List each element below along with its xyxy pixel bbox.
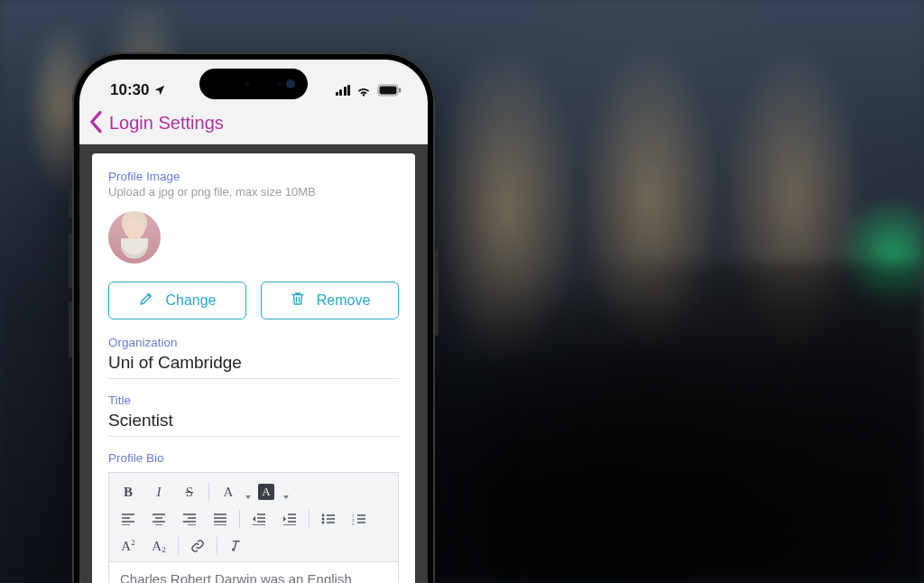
- bio-toolbar: B I S A A: [108, 472, 399, 561]
- organization-field[interactable]: Organization: [108, 336, 399, 379]
- settings-card: Profile Image Upload a jpg or png file, …: [92, 153, 415, 583]
- svg-text:3: 3: [352, 522, 355, 525]
- toolbar-separator: [208, 483, 209, 501]
- align-justify-button[interactable]: [205, 505, 236, 532]
- subscript-button[interactable]: A2: [143, 532, 174, 560]
- content-dark-wrap: Profile Image Upload a jpg or png file, …: [79, 144, 428, 583]
- text-color-button[interactable]: A: [213, 478, 244, 505]
- title-input[interactable]: [108, 411, 399, 430]
- text-highlight-button[interactable]: A: [251, 478, 282, 505]
- avatar[interactable]: [108, 211, 161, 264]
- bullet-list-button[interactable]: [313, 505, 344, 532]
- superscript-button[interactable]: A2: [113, 532, 143, 560]
- battery-icon: [377, 84, 402, 97]
- toolbar-separator: [178, 537, 179, 555]
- organization-label: Organization: [108, 336, 399, 349]
- toolbar-separator: [309, 510, 310, 528]
- trash-icon: [290, 291, 306, 310]
- outdent-button[interactable]: [244, 505, 274, 532]
- align-right-button[interactable]: [174, 505, 205, 532]
- clear-formatting-button[interactable]: [221, 532, 252, 560]
- title-field[interactable]: Title: [108, 393, 399, 437]
- nav-bar: Login Settings: [79, 108, 428, 144]
- strikethrough-button[interactable]: S: [174, 478, 205, 505]
- bio-editor[interactable]: Charles Robert Darwin was an English: [108, 561, 399, 583]
- svg-rect-1: [380, 87, 397, 95]
- title-label: Title: [108, 393, 399, 407]
- remove-button-label: Remove: [317, 292, 371, 309]
- location-icon: [153, 84, 166, 97]
- link-button[interactable]: [182, 532, 213, 560]
- indent-button[interactable]: [274, 505, 305, 532]
- svg-rect-2: [399, 88, 401, 93]
- align-left-button[interactable]: [113, 505, 143, 532]
- toolbar-separator: [239, 510, 240, 528]
- svg-point-5: [322, 522, 325, 524]
- back-chevron-icon[interactable]: [87, 110, 106, 137]
- numbered-list-button[interactable]: 123: [344, 505, 374, 532]
- italic-button[interactable]: I: [143, 478, 174, 505]
- phone-frame: 10:30: [72, 52, 435, 583]
- phone-silent-switch: [69, 188, 72, 218]
- organization-input[interactable]: [108, 353, 399, 373]
- change-button-label: Change: [165, 292, 216, 309]
- phone-volume-up: [69, 233, 72, 289]
- change-button[interactable]: Change: [108, 282, 246, 319]
- phone-power-button: [435, 249, 439, 336]
- profile-image-help: Upload a jpg or png file, max size 10MB: [108, 185, 399, 199]
- align-center-button[interactable]: [143, 505, 174, 532]
- profile-image-label: Profile Image: [108, 170, 399, 183]
- cellular-signal-icon: [336, 85, 351, 96]
- bio-label: Profile Bio: [108, 451, 399, 465]
- pencil-icon: [138, 291, 154, 310]
- phone-volume-down: [69, 301, 72, 357]
- bold-button[interactable]: B: [113, 478, 143, 505]
- remove-button[interactable]: Remove: [261, 282, 399, 319]
- chevron-down-icon[interactable]: [283, 495, 289, 499]
- bio-text-content: Charles Robert Darwin was an English: [120, 571, 352, 583]
- svg-point-4: [322, 518, 325, 521]
- wifi-icon: [356, 85, 372, 97]
- status-time: 10:30: [110, 81, 149, 99]
- dynamic-island: [199, 69, 308, 99]
- nav-title[interactable]: Login Settings: [109, 113, 224, 134]
- svg-point-3: [322, 514, 325, 517]
- toolbar-separator: [217, 537, 217, 555]
- phone-screen: 10:30: [79, 60, 428, 583]
